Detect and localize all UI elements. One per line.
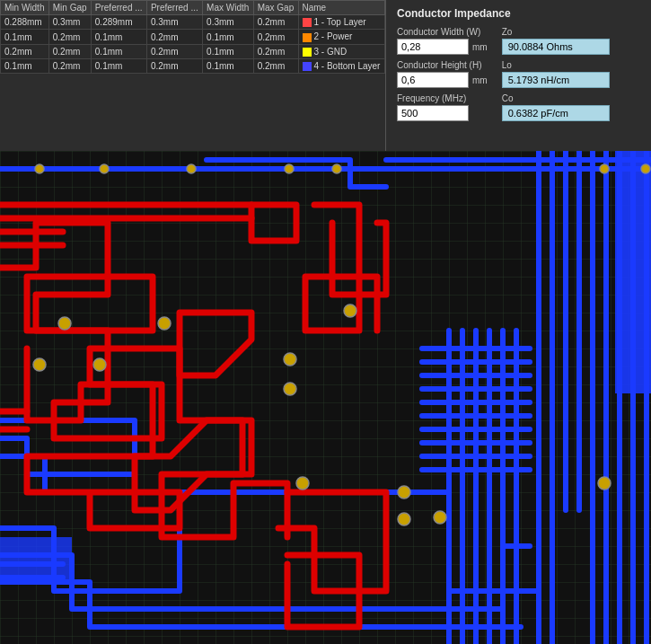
conductor-height-label: Conductor Height (H)	[397, 60, 488, 70]
svg-point-52	[187, 164, 196, 173]
cell-max-w: 0.1mm	[203, 44, 254, 58]
col-max-w: Max Width	[203, 1, 254, 15]
col-min-gap: Min Gap	[48, 1, 91, 15]
svg-point-41	[284, 353, 296, 366]
cell-max-w: 0.3mm	[203, 15, 254, 30]
cell-min-gap: 0.2mm	[48, 59, 91, 74]
svg-point-49	[285, 164, 294, 173]
cell-pref-w: 0.1mm	[91, 30, 146, 44]
table-row: 0.288mm 0.3mm 0.289mm 0.3mm 0.3mm 0.2mm …	[1, 15, 385, 30]
cell-min-width: 0.2mm	[1, 44, 49, 58]
cell-min-gap: 0.2mm	[48, 30, 91, 44]
cell-max-g: 0.2mm	[253, 59, 298, 74]
co-label: Co	[502, 93, 610, 103]
table-row: 0.2mm 0.2mm 0.1mm 0.2mm 0.1mm 0.2mm 3 - …	[1, 44, 385, 58]
layer-color-swatch	[303, 48, 312, 57]
cell-name: 3 - GND	[298, 44, 385, 58]
cell-min-gap: 0.2mm	[48, 44, 91, 58]
svg-point-53	[600, 164, 609, 173]
conductor-width-unit: mm	[472, 42, 488, 52]
conductor-width-input[interactable]	[397, 39, 469, 55]
layer-color-swatch	[303, 33, 312, 42]
svg-rect-30	[0, 537, 72, 582]
cell-pref-g: 0.2mm	[146, 30, 202, 44]
lo-value: 5.1793 nH/cm	[502, 72, 610, 88]
svg-point-40	[158, 317, 171, 330]
cell-min-width: 0.1mm	[1, 30, 49, 44]
svg-point-50	[35, 164, 44, 173]
cell-max-g: 0.2mm	[253, 44, 298, 58]
svg-point-54	[641, 164, 650, 173]
cell-pref-g: 0.2mm	[146, 59, 202, 74]
cell-name: 1 - Top Layer	[298, 15, 385, 30]
layer-color-swatch	[303, 18, 312, 27]
svg-point-45	[398, 513, 410, 525]
pcb-canvas	[0, 151, 651, 644]
cell-min-width: 0.1mm	[1, 59, 49, 74]
frequency-input[interactable]	[397, 105, 469, 121]
cell-name: 2 - Power	[298, 30, 385, 44]
svg-point-43	[296, 477, 309, 490]
svg-point-39	[93, 358, 106, 371]
impedance-title: Conductor Impedance	[397, 7, 640, 20]
svg-rect-11	[615, 151, 651, 393]
cell-min-gap: 0.3mm	[48, 15, 91, 30]
col-min-width: Min Width	[1, 1, 49, 15]
svg-point-55	[598, 477, 611, 490]
pcb-traces	[0, 151, 651, 644]
svg-point-46	[434, 511, 446, 524]
col-name: Name	[298, 1, 385, 15]
col-pref-w: Preferred ...	[91, 1, 146, 15]
svg-point-37	[58, 317, 71, 330]
top-panel: Min Width Min Gap Preferred ... Preferre…	[0, 0, 651, 151]
conductor-height-input[interactable]	[397, 72, 469, 88]
zo-value: 90.0884 Ohms	[502, 39, 610, 55]
cell-max-g: 0.2mm	[253, 30, 298, 44]
svg-point-42	[284, 383, 296, 395]
layer-color-swatch	[303, 62, 312, 71]
conductor-height-unit: mm	[472, 75, 488, 85]
cell-max-g: 0.2mm	[253, 15, 298, 30]
cell-max-w: 0.1mm	[203, 59, 254, 74]
impedance-panel: Conductor Impedance Conductor Width (W) …	[386, 0, 651, 151]
frequency-label: Frequency (MHz)	[397, 93, 488, 103]
cell-pref-w: 0.289mm	[91, 15, 146, 30]
table-row: 0.1mm 0.2mm 0.1mm 0.2mm 0.1mm 0.2mm 4 - …	[1, 59, 385, 74]
cell-pref-w: 0.1mm	[91, 44, 146, 58]
table-row: 0.1mm 0.2mm 0.1mm 0.2mm 0.1mm 0.2mm 2 - …	[1, 30, 385, 44]
svg-point-47	[344, 304, 356, 317]
co-value: 0.6382 pF/cm	[502, 105, 610, 121]
cell-min-width: 0.288mm	[1, 15, 49, 30]
col-pref-g: Preferred ...	[146, 1, 202, 15]
cell-name: 4 - Bottom Layer	[298, 59, 385, 74]
col-max-g: Max Gap	[253, 1, 298, 15]
cell-max-w: 0.1mm	[203, 30, 254, 44]
conductor-width-label: Conductor Width (W)	[397, 27, 488, 37]
svg-point-44	[398, 486, 410, 498]
cell-pref-w: 0.1mm	[91, 59, 146, 74]
svg-point-51	[100, 164, 109, 173]
zo-label: Zo	[502, 27, 610, 37]
svg-point-38	[33, 358, 46, 371]
svg-point-48	[332, 164, 341, 173]
cell-pref-g: 0.2mm	[146, 44, 202, 58]
cell-pref-g: 0.3mm	[146, 15, 202, 30]
design-rules-table: Min Width Min Gap Preferred ... Preferre…	[0, 0, 386, 151]
lo-label: Lo	[502, 60, 610, 70]
